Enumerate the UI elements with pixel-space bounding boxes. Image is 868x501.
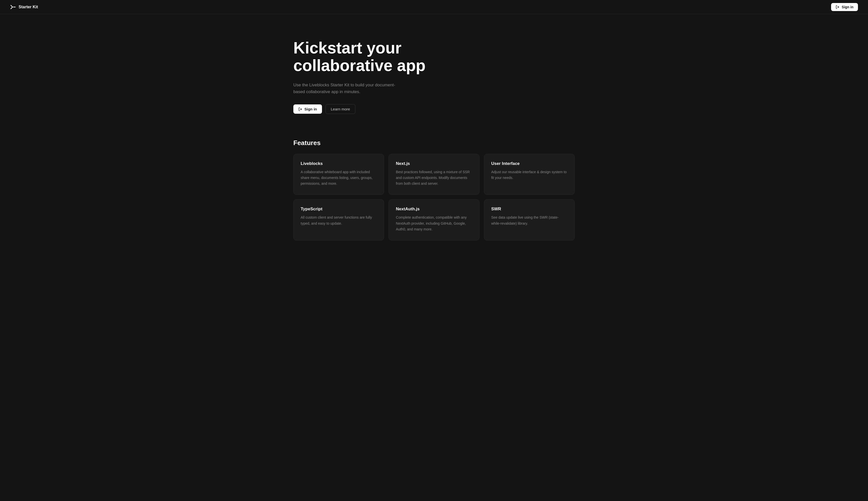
sign-in-icon: [836, 5, 840, 9]
features-grid: Liveblocks A collaborative whiteboard ap…: [293, 154, 575, 241]
feature-card-title: Next.js: [396, 161, 472, 166]
feature-card: Liveblocks A collaborative whiteboard ap…: [293, 154, 384, 195]
feature-card-desc: Best practices followed, using a mixture…: [396, 169, 472, 186]
learn-more-button[interactable]: Learn more: [325, 104, 355, 114]
feature-card-title: TypeScript: [301, 206, 377, 212]
brand-logo-icon: [10, 4, 16, 10]
feature-card: User Interface Adjust our reusable inter…: [484, 154, 575, 195]
hero-subtitle: Use the Liveblocks Starter Kit to build …: [293, 82, 399, 95]
feature-card: SWR See data update live using the SWR (…: [484, 199, 575, 240]
nav-sign-in-button[interactable]: Sign in: [831, 3, 858, 11]
hero-sign-in-icon: [299, 107, 302, 111]
navbar: Starter Kit Sign in: [0, 0, 868, 14]
feature-card-title: SWR: [491, 206, 567, 212]
feature-card-desc: See data update live using the SWR (stat…: [491, 215, 567, 226]
hero-sign-in-button[interactable]: Sign in: [293, 104, 322, 114]
feature-card-title: Liveblocks: [301, 161, 377, 166]
features-section: Features Liveblocks A collaborative whit…: [283, 129, 585, 260]
hero-title: Kickstart your collaborative app: [293, 39, 464, 75]
feature-card-desc: Adjust our reusable interface & design s…: [491, 169, 567, 181]
brand: Starter Kit: [10, 4, 38, 10]
feature-card: NextAuth.js Complete authentication, com…: [388, 199, 479, 240]
nav-sign-in-label: Sign in: [841, 5, 854, 9]
hero-sign-in-label: Sign in: [304, 107, 317, 111]
features-title: Features: [293, 139, 575, 147]
feature-card-desc: Complete authentication, compatible with…: [396, 215, 472, 232]
feature-card-title: NextAuth.js: [396, 206, 472, 212]
learn-more-label: Learn more: [331, 107, 350, 111]
feature-card-desc: A collaborative whiteboard app with incl…: [301, 169, 377, 186]
brand-title: Starter Kit: [19, 5, 38, 9]
feature-card: TypeScript All custom client and server …: [293, 199, 384, 240]
hero-section: Kickstart your collaborative app Use the…: [283, 14, 585, 129]
hero-actions: Sign in Learn more: [293, 104, 575, 114]
feature-card-desc: All custom client and server functions a…: [301, 215, 377, 226]
feature-card-title: User Interface: [491, 161, 567, 166]
feature-card: Next.js Best practices followed, using a…: [388, 154, 479, 195]
